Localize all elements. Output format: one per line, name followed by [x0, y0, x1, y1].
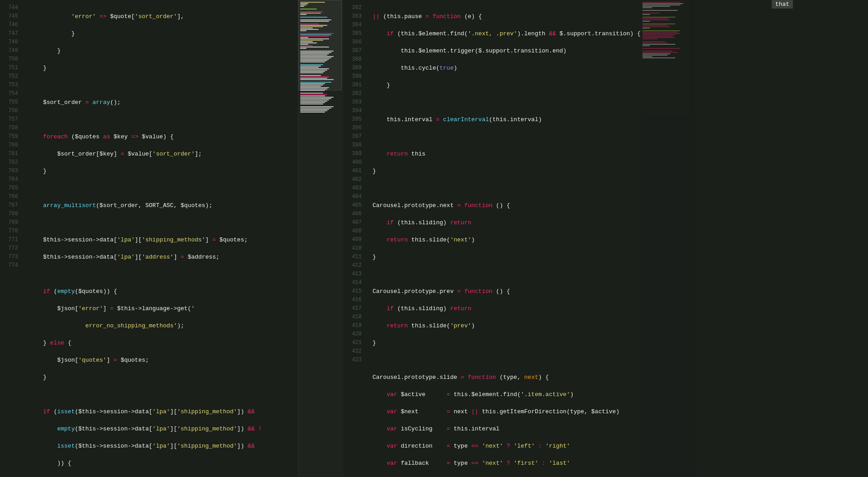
left-code-content[interactable]: 'error' => $quote['sort_order'], } } } $…: [24, 0, 298, 477]
right-line-numbers: 382 383 384 385 386 387 388 389 390 391 …: [344, 0, 367, 477]
editor-container: 744 745 746 747 748 749 750 751 752 753 …: [0, 0, 695, 477]
left-line-numbers: 744 745 746 747 748 749 750 751 752 753 …: [0, 0, 24, 477]
right-minimap: [641, 0, 695, 477]
left-editor-panel: 744 745 746 747 748 749 750 751 752 753 …: [0, 0, 298, 477]
right-editor-panel: 382 383 384 385 386 387 388 389 390 391 …: [344, 0, 641, 477]
highlighted-word: that: [775, 1, 789, 8]
left-minimap: [298, 0, 344, 477]
right-code-content[interactable]: || (this.pause = function (e) { if (this…: [367, 0, 641, 477]
search-highlight: that: [772, 0, 793, 9]
